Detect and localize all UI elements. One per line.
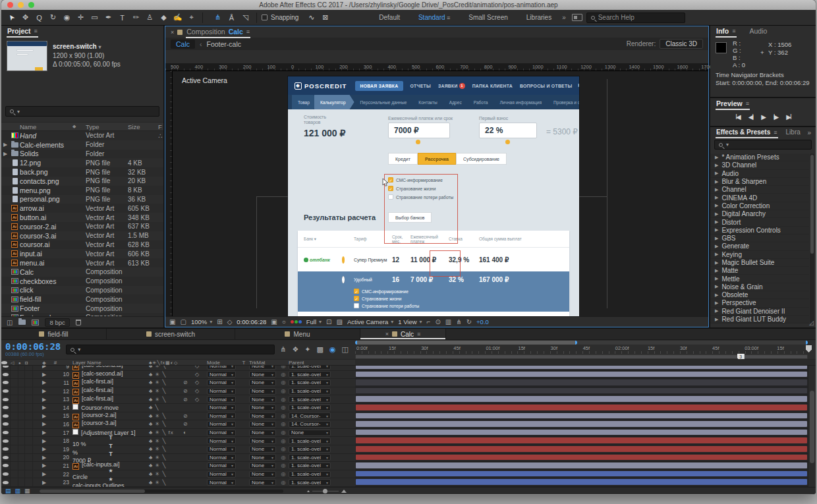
trkmat-select[interactable]: None▾ [249,454,276,461]
site-nav-item[interactable]: ОТЧЕТЫ [410,84,431,88]
effects-category[interactable]: ▶Audio [710,170,809,178]
project-item-row[interactable]: contacts.pngPNG file20 KB [1,177,163,186]
audio-toggle[interactable] [11,366,18,370]
plan-button[interactable]: Субсидирование [456,153,507,165]
eraser-tool-icon[interactable]: ◆ [157,12,170,24]
effects-search-input[interactable]: ▾ [714,140,812,150]
tariff-radio[interactable] [342,256,345,264]
layer-bar-row[interactable] [355,478,808,487]
transparency-grid-icon[interactable]: ▨ [336,318,342,325]
expand-icon[interactable]: ▶ [40,388,49,394]
site-tab[interactable]: Контакты [412,95,443,109]
view-layout-select[interactable]: 1 View▾ [398,318,422,325]
layer-duration-bar[interactable] [356,446,807,452]
expand-icon[interactable]: ▶ [40,366,49,369]
solo-toggle[interactable] [18,366,25,370]
layer-switches[interactable]: ♣ ✳ ╲ [149,421,183,427]
next-frame-button[interactable]: I▶ [774,113,777,121]
project-item-row[interactable]: Aimenu.aiVector Art613 KB [1,258,163,267]
expand-icon[interactable]: ▶ [715,252,718,257]
tab-audio[interactable]: Audio [749,26,768,38]
new-folder-icon[interactable] [18,320,26,325]
audio-toggle[interactable] [11,420,18,428]
effects-category[interactable]: ▶Digital Anarchy [710,210,809,218]
layer-row[interactable]: ▶16Ai[coursor-3.ai]♣ ✳ ╲⊘Normal▾None▾◎14… [1,420,355,429]
composition-mini-flowchart-icon[interactable]: ⋔ [280,345,286,354]
bank-table-row[interactable]: Доступный167 000 ₽29 %167 000 ₽ [298,312,569,316]
solo-toggle[interactable] [18,412,25,420]
always-preview-icon[interactable]: ▣ [169,318,175,325]
expand-icon[interactable]: ▶ [40,438,49,444]
layer-duration-bar[interactable] [356,479,807,485]
frame-blending-icon[interactable]: ▩ [317,345,324,354]
solo-toggle[interactable] [18,478,25,486]
resolution-select[interactable]: Full▾ [306,318,322,325]
solo-toggle[interactable] [18,429,25,437]
lock-toggle[interactable] [25,420,33,428]
layer-switches[interactable]: ♣ ✳ ╲ [149,438,183,444]
project-item-row[interactable]: HandVector Art∴ [1,131,163,140]
layer-bar-row[interactable] [355,437,808,445]
layer-name[interactable]: ★ calc-inputs Outlines [72,476,149,487]
parent-select[interactable]: 1. scale-ovei▾ [289,379,331,386]
layer-bar-row[interactable] [355,454,808,462]
first-frame-button[interactable]: I◀ [735,113,739,121]
zoom-in-icon[interactable] [341,490,347,493]
work-area-bar[interactable]: 3 [355,354,808,359]
play-button[interactable]: ▶ [761,113,765,121]
parent-pickwhip-icon[interactable]: ◎ [278,379,289,385]
lock-toggle[interactable] [25,454,33,462]
effects-category[interactable]: ▶Obsolete [710,291,809,299]
last-frame-button[interactable]: ▶I [786,113,790,121]
effects-category[interactable]: ▶Noise & Grain [710,283,809,291]
layer-bar-row[interactable] [355,445,808,454]
expand-icon[interactable]: ▶ [1,142,9,148]
close-tab-icon[interactable]: × [171,29,174,36]
layer-row[interactable]: ▶21Ai[calc-inputs.ai]♣ ✳ ╲Normal▾None▾◎1… [1,462,355,470]
brush-tool-icon[interactable]: ✏ [130,12,142,24]
expand-icon[interactable]: ▶ [715,227,718,233]
expand-icon[interactable]: ▶ [715,300,718,306]
layer-bar-row[interactable] [355,429,808,437]
trkmat-select[interactable]: None▾ [249,379,276,386]
tab-project[interactable]: Project ≡ [7,26,38,38]
blend-mode-select[interactable]: Normal▾ [207,462,236,469]
expand-icon[interactable]: ▶ [715,171,718,176]
layer-switches[interactable]: ♣ ✳ ╲ [149,366,183,369]
insurance-option[interactable]: Страхование потери работы [354,303,569,308]
visibility-toggle[interactable] [1,395,11,403]
threed-switch[interactable]: ◇ [195,379,207,385]
parent-select[interactable]: 1. scale-ovei▾ [289,471,331,478]
trkmat-select[interactable]: None▾ [249,405,276,411]
layer-duration-bar[interactable] [356,379,807,385]
visibility-toggle[interactable] [1,366,11,370]
parent-select[interactable]: 1. scale-ovei▾ [289,454,331,461]
effects-category[interactable]: ▶Magic Bullet Suite [710,259,809,267]
time-ruler[interactable]: 0:00f15f30f45f01:00f15f30f45f02:00f15f30… [355,345,808,354]
site-tab[interactable]: Проверка и отправка [548,95,579,109]
snapping-toggle[interactable]: Snapping [262,14,298,21]
parent-select[interactable]: 1. scale-ovei▾ [289,446,331,453]
expand-icon[interactable]: ▶ [40,430,49,435]
parent-select[interactable]: 1. scale-ovei▾ [289,405,331,411]
blend-mode-select[interactable]: Normal▾ [207,405,236,411]
layer-switches[interactable]: ♣ ✳ ╲ [149,480,183,486]
parent-pickwhip-icon[interactable]: ◎ [278,462,289,468]
plan-button[interactable]: Рассрочка [418,153,456,165]
audio-toggle[interactable] [11,437,18,445]
audio-toggle[interactable] [11,478,18,486]
layer-bar-row[interactable] [355,412,808,421]
effects-category[interactable]: ▶Perspective [710,299,809,307]
visibility-toggle[interactable] [1,462,11,470]
effects-category[interactable]: ▶Expression Controls [710,227,809,235]
expand-icon[interactable]: ▶ [40,413,49,419]
lock-toggle[interactable] [25,404,33,412]
layer-bar-row[interactable] [355,395,808,404]
parent-select[interactable]: None▾ [289,430,331,436]
workspace-overflow-chevrons[interactable]: » [562,14,565,21]
project-item-row[interactable]: ▶Calc-elementsFolder [1,140,163,150]
renderer-button[interactable]: Classic 3D [660,39,703,49]
selection-tool-icon[interactable]: ➤ [5,12,18,24]
show-channel-icon[interactable] [291,320,302,323]
effects-category[interactable]: ▶Matte [710,267,809,275]
